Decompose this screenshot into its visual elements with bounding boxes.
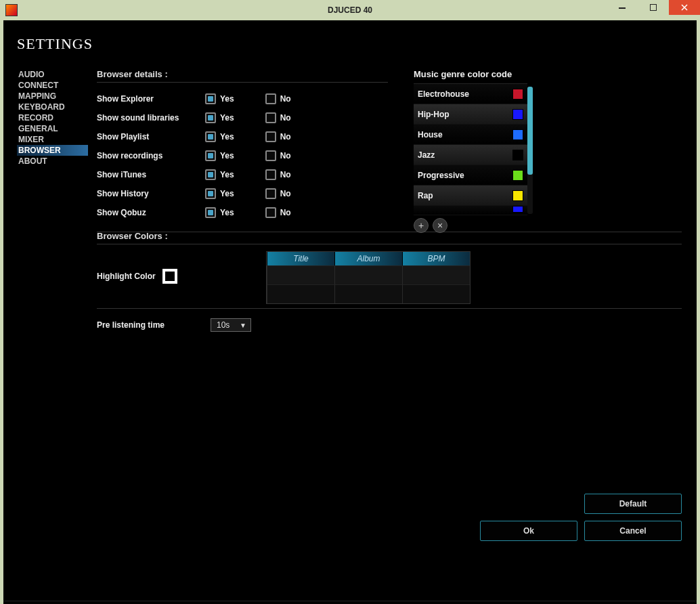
color-cell[interactable] xyxy=(334,265,402,284)
genre-name: House xyxy=(418,130,512,139)
genre-color-swatch[interactable] xyxy=(512,206,523,213)
ok-button[interactable]: Ok xyxy=(480,521,577,541)
color-cell[interactable] xyxy=(402,284,470,303)
no-option[interactable]: No xyxy=(265,150,291,161)
genre-row[interactable]: Rap xyxy=(414,186,527,206)
no-label: No xyxy=(280,189,291,198)
window-controls xyxy=(607,0,700,20)
checkbox-icon xyxy=(265,188,276,199)
genre-list: ElectrohouseHip-HopHouseJazzProgressiveR… xyxy=(414,83,527,215)
pre-listen-select[interactable]: 10s ▼ xyxy=(211,318,251,332)
default-button[interactable]: Default xyxy=(584,494,682,514)
no-label: No xyxy=(280,170,291,179)
genre-color-swatch[interactable] xyxy=(512,89,523,100)
color-cell[interactable] xyxy=(267,284,334,303)
no-option[interactable]: No xyxy=(265,93,291,104)
no-option[interactable]: No xyxy=(265,188,291,199)
color-cell[interactable] xyxy=(267,265,334,284)
genre-title: Music genre color code xyxy=(414,69,527,79)
genre-row[interactable]: Progressive xyxy=(414,165,527,186)
close-button[interactable] xyxy=(669,0,700,15)
yes-option[interactable]: Yes xyxy=(205,93,234,104)
highlight-color-swatch[interactable] xyxy=(162,269,177,284)
sidebar-item-audio[interactable]: AUDIO xyxy=(17,69,88,80)
color-cell[interactable] xyxy=(334,284,402,303)
yes-label: Yes xyxy=(220,189,234,198)
genre-color-swatch[interactable] xyxy=(512,129,523,140)
divider xyxy=(97,244,682,244)
genre-name: Electrohouse xyxy=(418,89,512,99)
sidebar-item-record[interactable]: RECORD xyxy=(17,112,88,123)
sidebar-item-connect[interactable]: CONNECT xyxy=(17,80,88,91)
checkbox-icon xyxy=(205,188,216,199)
browser-detail-row: Show HistoryYesNo xyxy=(97,184,388,203)
genre-color-swatch[interactable] xyxy=(512,150,523,160)
no-label: No xyxy=(280,151,291,160)
genre-row[interactable]: Jazz xyxy=(414,145,527,165)
browser-colors-title: Browser Colors : xyxy=(97,231,682,241)
genre-name: Jazz xyxy=(418,150,512,160)
pre-listen-label: Pre listening time xyxy=(97,320,211,330)
no-label: No xyxy=(280,208,291,217)
divider xyxy=(97,82,388,83)
color-cell[interactable] xyxy=(402,265,470,284)
remove-genre-button[interactable]: × xyxy=(433,218,447,233)
color-col-album[interactable]: Album xyxy=(334,252,402,265)
sidebar-item-mixer[interactable]: MIXER xyxy=(17,134,88,145)
genre-row[interactable]: Hip-Hop xyxy=(414,104,527,125)
app-icon xyxy=(5,4,18,16)
browser-details-title: Browser details : xyxy=(97,69,682,79)
no-option[interactable]: No xyxy=(265,207,291,218)
cancel-button[interactable]: Cancel xyxy=(584,521,682,541)
no-label: No xyxy=(280,113,291,123)
genre-row[interactable] xyxy=(414,206,527,215)
svg-rect-0 xyxy=(619,7,626,9)
no-option[interactable]: No xyxy=(265,112,291,123)
sidebar-item-browser[interactable]: BROWSER xyxy=(17,145,88,156)
genre-row[interactable]: Electrohouse xyxy=(414,84,527,104)
yes-option[interactable]: Yes xyxy=(205,188,234,199)
checkbox-icon xyxy=(205,112,216,123)
sidebar-item-mapping[interactable]: MAPPING xyxy=(17,91,88,102)
checkbox-icon xyxy=(205,207,216,218)
no-option[interactable]: No xyxy=(265,131,291,142)
yes-option[interactable]: Yes xyxy=(205,112,234,123)
minimize-button[interactable] xyxy=(607,0,638,15)
yes-label: Yes xyxy=(220,132,234,142)
divider xyxy=(97,308,682,309)
color-col-bpm[interactable]: BPM xyxy=(402,252,470,265)
browser-detail-label: Show Playlist xyxy=(97,132,205,142)
sidebar-item-general[interactable]: GENERAL xyxy=(17,123,88,134)
highlight-color-label: Highlight Color xyxy=(97,272,156,281)
sidebar-item-about[interactable]: ABOUT xyxy=(17,156,88,167)
no-option[interactable]: No xyxy=(265,169,291,180)
add-genre-button[interactable]: + xyxy=(414,218,429,233)
yes-label: Yes xyxy=(220,94,234,104)
color-col-title[interactable]: Title xyxy=(267,252,334,265)
checkbox-icon xyxy=(265,207,276,218)
yes-label: Yes xyxy=(220,208,234,217)
genre-color-swatch[interactable] xyxy=(512,109,523,120)
chevron-down-icon: ▼ xyxy=(240,322,246,329)
genre-row[interactable]: House xyxy=(414,125,527,145)
settings-heading: SETTINGS xyxy=(17,35,697,53)
checkbox-icon xyxy=(265,169,276,180)
sidebar-item-keyboard[interactable]: KEYBOARD xyxy=(17,102,88,112)
genre-scrollbar-thumb[interactable] xyxy=(527,87,533,175)
genre-color-swatch[interactable] xyxy=(512,190,523,201)
browser-detail-row: Show ExplorerYesNo xyxy=(97,89,388,108)
no-label: No xyxy=(280,132,291,142)
svg-rect-1 xyxy=(650,4,657,11)
yes-option[interactable]: Yes xyxy=(205,131,234,142)
settings-sidebar: AUDIO CONNECT MAPPING KEYBOARD RECORD GE… xyxy=(17,69,88,167)
titlebar: DJUCED 40 xyxy=(0,0,700,20)
yes-option[interactable]: Yes xyxy=(205,150,234,161)
maximize-button[interactable] xyxy=(638,0,669,15)
checkbox-icon xyxy=(265,112,276,123)
genre-color-swatch[interactable] xyxy=(512,170,523,181)
genre-scrollbar[interactable] xyxy=(527,87,533,214)
yes-option[interactable]: Yes xyxy=(205,169,234,180)
browser-detail-label: Show Explorer xyxy=(97,94,205,104)
yes-option[interactable]: Yes xyxy=(205,207,234,218)
genre-name: Rap xyxy=(418,191,512,200)
